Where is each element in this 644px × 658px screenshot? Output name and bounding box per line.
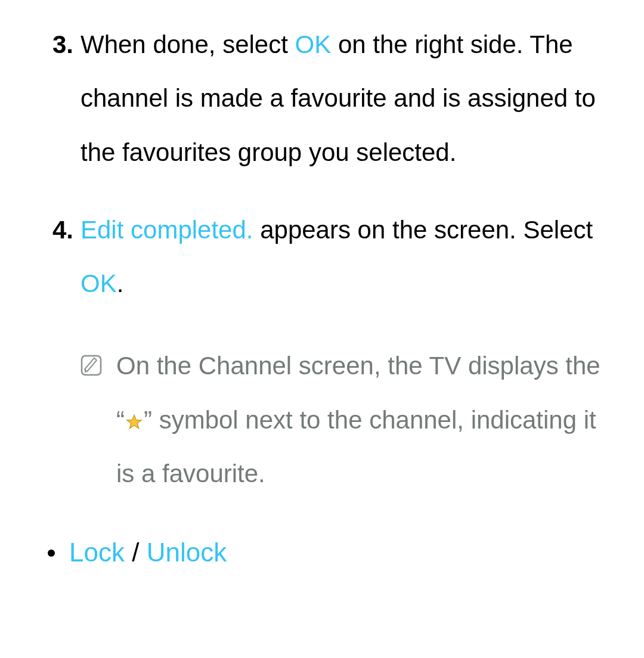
note-block: On the Channel screen, the TV displays t…	[80, 339, 626, 501]
ok-label: OK	[295, 30, 332, 58]
svg-rect-0	[82, 356, 101, 375]
step-3-body: When done, select OK on the right side. …	[80, 18, 626, 179]
step-3-text-before: When done, select	[80, 30, 295, 58]
lock-label: Lock	[69, 538, 125, 567]
bullet-separator: /	[125, 538, 147, 567]
step-number-4: 4.	[48, 203, 80, 501]
star-icon	[126, 414, 143, 430]
step-4-period: .	[117, 269, 124, 297]
edit-completed-label: Edit completed.	[80, 216, 253, 244]
bullet-text: Lock / Unlock	[69, 524, 227, 581]
note-icon	[80, 339, 104, 501]
note-text-after: ” symbol next to the channel, indicating…	[116, 406, 596, 488]
step-4: 4. Edit completed. appears on the screen…	[48, 203, 626, 501]
unlock-label: Unlock	[147, 538, 227, 567]
bullet-icon	[48, 550, 55, 557]
step-3: 3. When done, select OK on the right sid…	[48, 18, 626, 179]
note-body: On the Channel screen, the TV displays t…	[116, 339, 626, 501]
ok-label-2: OK	[80, 269, 117, 297]
step-4-body: Edit completed. appears on the screen. S…	[80, 203, 626, 501]
step-4-text-mid: appears on the screen. Select	[253, 216, 593, 244]
step-number-3: 3.	[48, 18, 80, 179]
lock-unlock-bullet: Lock / Unlock	[48, 524, 626, 581]
